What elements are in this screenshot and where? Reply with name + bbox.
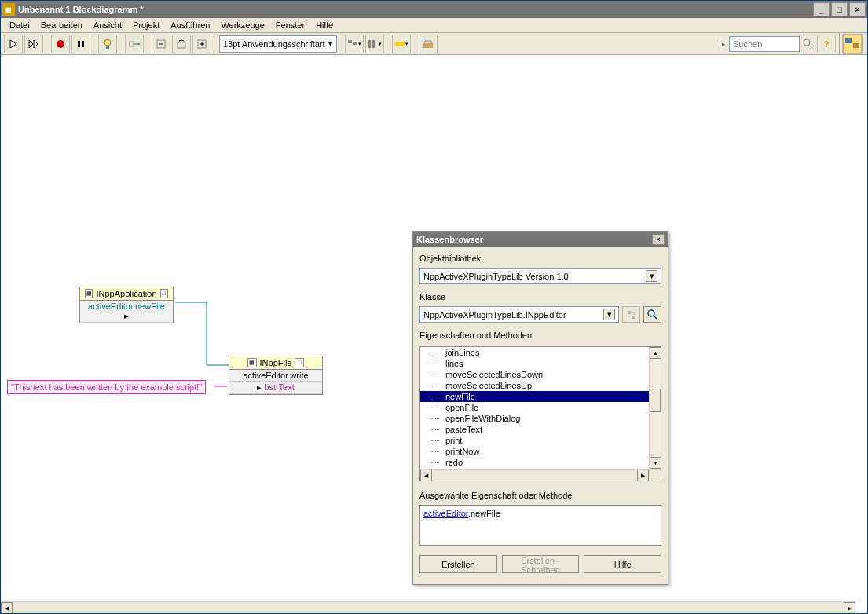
select-class-button[interactable]	[622, 306, 640, 323]
canvas-horizontal-scrollbar[interactable]: ◀ ▶	[1, 601, 855, 613]
list-horizontal-scrollbar[interactable]: ◀ ▶	[420, 469, 661, 481]
scroll-thumb[interactable]	[650, 389, 661, 412]
search-class-button[interactable]	[643, 306, 661, 323]
maximize-button[interactable]: □	[831, 2, 848, 16]
retain-wire-button[interactable]	[125, 35, 144, 53]
minimize-button[interactable]: _	[813, 2, 830, 16]
search-input[interactable]	[729, 36, 800, 52]
list-item-selected[interactable]: newFile	[420, 391, 649, 402]
step-over-button[interactable]	[172, 35, 191, 53]
list-item[interactable]: moveSelectedLinesUp	[420, 380, 649, 391]
automation-icon: ▦	[247, 358, 257, 367]
list-item[interactable]: joinLines	[420, 347, 649, 358]
svg-rect-1	[78, 41, 80, 47]
svg-rect-5	[130, 42, 134, 46]
app-icon: ▦	[2, 3, 15, 16]
reorder-button[interactable]	[419, 35, 438, 53]
class-label: Klasse	[419, 292, 661, 302]
svg-rect-2	[82, 41, 84, 47]
scroll-up-icon[interactable]: ▲	[650, 347, 661, 359]
list-item[interactable]: print	[420, 435, 649, 446]
object-library-label: Objektbibliothek	[419, 254, 661, 263]
class-browser-title: Klassenbrowser	[416, 235, 483, 244]
scroll-right-icon[interactable]: ▶	[637, 470, 649, 481]
scroll-left-icon[interactable]: ◀	[420, 470, 432, 481]
menu-ansicht[interactable]: Ansicht	[88, 19, 127, 31]
list-item[interactable]: openFile	[420, 402, 649, 413]
string-constant[interactable]: "This text has been written by the examp…	[7, 380, 206, 394]
class-select[interactable]: NppActiveXPluginTypeLib.INppEditor ▾	[419, 306, 619, 323]
menu-bearbeiten[interactable]: Bearbeiten	[35, 19, 88, 31]
step-into-button[interactable]	[152, 35, 170, 53]
menu-datei[interactable]: Datei	[4, 19, 35, 31]
window-title: Unbenannt 1 Blockdiagramm *	[18, 5, 813, 14]
toolbar: 13pt Anwendungsschriftart ▾ ▾ ▾ ▾ ▸ ?	[1, 33, 867, 55]
svg-point-0	[57, 40, 64, 48]
node-inppapplication[interactable]: ▦ INppApplication □ activeEditor.newFile…	[79, 287, 174, 323]
list-item[interactable]: redo	[420, 457, 649, 468]
distribute-button[interactable]: ▾	[365, 35, 384, 53]
create-button[interactable]: Erstellen	[419, 555, 497, 573]
main-window: ▦ Unbenannt 1 Blockdiagramm * _ □ × Date…	[0, 0, 868, 614]
menu-hilfe[interactable]: Hilfe	[310, 19, 339, 31]
abort-button[interactable]	[51, 35, 70, 53]
vi-icon[interactable]	[839, 33, 864, 55]
list-item[interactable]: moveSelectedLinesDown	[420, 369, 649, 380]
run-button[interactable]	[4, 35, 23, 53]
help-button[interactable]: Hilfe	[584, 555, 661, 573]
menu-werkzeuge[interactable]: Werkzeuge	[215, 19, 269, 31]
svg-point-14	[395, 42, 400, 46]
scroll-right-icon[interactable]: ▶	[844, 602, 855, 613]
dropdown-icon: ▾	[328, 38, 333, 49]
svg-rect-19	[845, 38, 852, 43]
dropdown-icon: ▾	[603, 309, 615, 320]
highlight-button[interactable]	[98, 35, 117, 53]
list-item[interactable]: openFileWithDialog	[420, 413, 649, 424]
selected-property-link[interactable]: activeEditor	[423, 509, 468, 518]
svg-point-3	[104, 39, 111, 46]
svg-rect-20	[853, 43, 859, 48]
search-icon[interactable]	[803, 38, 814, 49]
step-out-button[interactable]	[192, 35, 211, 53]
node-param-row[interactable]: ▸ bstrText	[229, 382, 322, 394]
svg-point-15	[400, 42, 405, 46]
svg-rect-21	[628, 311, 631, 314]
class-browser-titlebar[interactable]: Klassenbrowser ×	[413, 232, 668, 247]
svg-point-23	[648, 310, 654, 316]
node-method-row[interactable]: activeEditor.newFile ▸	[80, 301, 173, 323]
node-method-row[interactable]: activeEditor.write	[229, 370, 322, 382]
scroll-left-icon[interactable]: ◀	[1, 602, 13, 613]
block-diagram-canvas[interactable]: ▦ INppApplication □ activeEditor.newFile…	[1, 55, 867, 613]
align-button[interactable]: ▾	[345, 35, 364, 53]
node-title: INppFile	[260, 358, 292, 367]
properties-methods-list: joinLines lines moveSelectedLinesDown mo…	[419, 346, 661, 481]
ref-out-icon: □	[160, 289, 168, 298]
object-library-select[interactable]: NppActiveXPluginTypeLib Version 1.0 ▾	[419, 268, 661, 284]
svg-rect-13	[372, 40, 375, 48]
node-title: INppApplication	[96, 289, 156, 298]
list-vertical-scrollbar[interactable]: ▲ ▼	[649, 347, 661, 469]
run-continuous-button[interactable]	[24, 35, 43, 53]
node-inppfile[interactable]: ▦ INppFile □ activeEditor.write ▸ bstrTe…	[229, 356, 323, 395]
menu-fenster[interactable]: Fenster	[270, 19, 310, 31]
close-icon[interactable]: ×	[652, 234, 665, 245]
dropdown-icon: ▾	[646, 270, 657, 282]
help-button[interactable]: ?	[817, 35, 836, 53]
svg-point-6	[138, 43, 140, 45]
selected-property-box: activeEditor.newFile	[419, 505, 661, 546]
automation-icon: ▦	[85, 289, 93, 298]
close-button[interactable]: ×	[849, 2, 866, 16]
pause-button[interactable]	[71, 35, 90, 53]
font-selector[interactable]: 13pt Anwendungsschriftart ▾	[219, 35, 337, 53]
class-browser-window: Klassenbrowser × Objektbibliothek NppAct…	[412, 231, 668, 585]
selected-property-label: Ausgewählte Eigenschaft oder Methode	[419, 491, 661, 500]
list-item[interactable]: pasteText	[420, 424, 649, 435]
menu-ausfuehren[interactable]: Ausführen	[165, 19, 215, 31]
scroll-down-icon[interactable]: ▼	[650, 457, 661, 469]
svg-rect-12	[368, 40, 371, 48]
list-item[interactable]: lines	[420, 358, 649, 369]
search-go-icon[interactable]: ▸	[722, 40, 726, 48]
list-item[interactable]: printNow	[420, 446, 649, 457]
cleanup-button[interactable]: ▾	[392, 35, 411, 53]
menu-projekt[interactable]: Projekt	[127, 19, 165, 31]
